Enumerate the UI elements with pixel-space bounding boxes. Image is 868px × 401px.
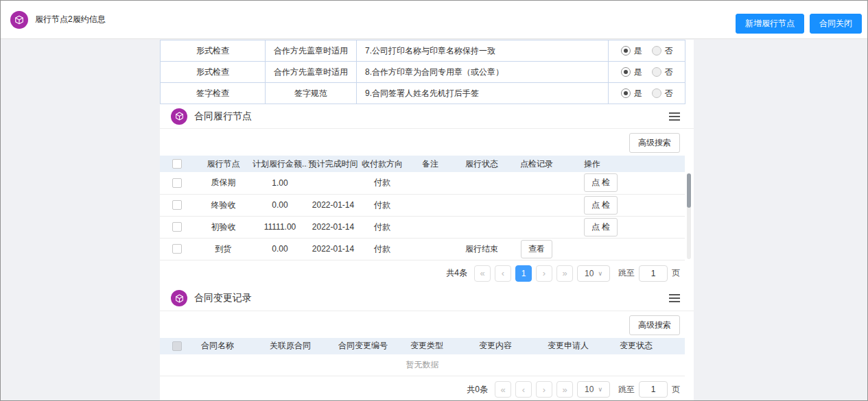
performance-table-header-row: 履行节点 计划履行金额... 预计完成时间 收付款方向 备注 履行状态 点检记录…: [160, 156, 685, 172]
checklist-row: 形式检查 合作方先盖章时适用 7.公司打印名称与印章名称保持一致 是否: [161, 40, 685, 62]
check-category: 形式检查: [161, 62, 266, 83]
last-page-button[interactable]: »: [556, 381, 573, 398]
remark-cell: [406, 194, 455, 216]
radio-yes[interactable]: [621, 67, 631, 77]
col-header: 合同变更编号: [331, 338, 403, 354]
row-checkbox[interactable]: [172, 244, 182, 254]
record-cell: [508, 172, 565, 194]
chevron-down-icon: ∨: [598, 270, 602, 277]
direction-cell: 付款: [359, 238, 406, 260]
prev-page-button[interactable]: ‹: [515, 381, 532, 398]
col-header: 关联原合同: [263, 338, 331, 354]
spot-check-button[interactable]: 点 检: [584, 173, 618, 192]
col-header: 操作: [565, 156, 685, 172]
performance-table-wrap: 履行节点 计划履行金额... 预计完成时间 收付款方向 备注 履行状态 点检记录…: [160, 156, 694, 260]
radio-no[interactable]: [652, 67, 661, 77]
empty-row: 暂无数据: [160, 354, 685, 376]
add-performance-node-button[interactable]: 新增履行节点: [736, 14, 804, 34]
record-cell: [508, 194, 565, 216]
page-size-value: 10: [585, 269, 594, 278]
total-count: 共4条: [446, 267, 467, 279]
col-header: 变更状态: [613, 338, 685, 354]
performance-toolbar: 高级搜索: [160, 129, 694, 156]
remark-cell: [406, 238, 455, 260]
row-checkbox[interactable]: [172, 178, 182, 188]
jump-page-input[interactable]: [639, 265, 668, 282]
page-title: 履行节点2履约信息: [35, 14, 106, 25]
last-page-button[interactable]: »: [556, 265, 573, 282]
check-answer: 是否: [609, 40, 685, 62]
check-category: 签字检查: [161, 83, 266, 104]
node-cell: 初验收: [194, 216, 253, 238]
jump-page-input[interactable]: [639, 381, 668, 398]
change-toolbar: 高级搜索: [160, 311, 694, 338]
amount-cell: 0.00: [253, 238, 307, 260]
date-cell: [307, 172, 359, 194]
radio-yes-label: 是: [634, 67, 642, 77]
date-cell: 2022-01-14: [307, 216, 359, 238]
remark-cell: [406, 216, 455, 238]
prev-page-button[interactable]: ‹: [495, 265, 511, 282]
select-all-checkbox[interactable]: [172, 159, 182, 169]
select-all-cell: [160, 338, 194, 354]
main-area: 形式检查 合作方先盖章时适用 7.公司打印名称与印章名称保持一致 是否 形式检查…: [1, 40, 867, 400]
first-page-button[interactable]: «: [495, 381, 511, 398]
list-menu-icon[interactable]: [669, 112, 680, 121]
page-unit-label: 页: [672, 384, 680, 396]
node-cell: 质保期: [194, 172, 253, 194]
amount-cell: 0.00: [253, 194, 307, 216]
col-header: 变更申请人: [541, 338, 613, 354]
check-item: 9.合同签署人姓名先机打后手签: [357, 83, 609, 104]
scrollbar-thumb[interactable]: [687, 173, 691, 208]
select-all-checkbox[interactable]: [172, 341, 182, 351]
spot-check-button[interactable]: 点 检: [584, 218, 618, 236]
radio-yes-label: 是: [634, 88, 642, 98]
view-record-button[interactable]: 查看: [521, 240, 552, 258]
section-title-wrap: 合同变更记录: [171, 290, 252, 306]
section-title-wrap: 合同履行节点: [171, 108, 252, 125]
direction-cell: 付款: [359, 172, 406, 194]
date-cell: 2022-01-14: [307, 238, 359, 260]
page-number-button[interactable]: 1: [515, 265, 532, 282]
performance-section-header: 合同履行节点: [160, 104, 694, 129]
status-cell: [455, 194, 508, 216]
page-size-select[interactable]: 10 ∨: [577, 265, 610, 282]
first-page-button[interactable]: «: [474, 265, 491, 282]
jump-label: 跳至: [618, 267, 635, 279]
radio-yes[interactable]: [621, 88, 631, 98]
radio-no[interactable]: [652, 88, 661, 98]
col-header: 履行节点: [194, 156, 253, 172]
node-cell: 到货: [194, 238, 253, 260]
change-table-header-row: 合同名称 关联原合同 合同变更编号 变更类型 变更内容 变更申请人 变更状态: [160, 338, 685, 354]
app-header: 履行节点2履约信息 新增履行节点 合同关闭: [1, 1, 867, 39]
advanced-search-button[interactable]: 高级搜索: [629, 315, 680, 335]
check-condition: 合作方先盖章时适用: [266, 62, 357, 83]
radio-no[interactable]: [652, 46, 661, 56]
select-all-cell: [160, 156, 194, 172]
checklist-row: 形式检查 合作方先盖章时适用 8.合作方印章为合同专用章（或公章） 是否: [161, 62, 685, 83]
spot-check-button[interactable]: 点 检: [584, 196, 618, 215]
table-row: 终验收 0.00 2022-01-14 付款 点 检: [160, 194, 685, 216]
table-row: 质保期 1.00 付款 点 检: [160, 172, 685, 194]
contract-close-button[interactable]: 合同关闭: [810, 14, 862, 34]
brand: 履行节点2履约信息: [10, 11, 106, 29]
change-section-title: 合同变更记录: [194, 292, 252, 304]
scrollbar-track[interactable]: [687, 173, 691, 259]
radio-yes[interactable]: [621, 46, 631, 56]
next-page-button[interactable]: ›: [536, 265, 552, 282]
row-checkbox[interactable]: [172, 200, 182, 210]
col-header: 履行状态: [455, 156, 508, 172]
page-size-select[interactable]: 10 ∨: [577, 381, 610, 398]
record-cell: [508, 216, 565, 238]
list-menu-icon[interactable]: [669, 294, 680, 302]
row-checkbox[interactable]: [172, 222, 182, 232]
col-header: 变更内容: [472, 338, 541, 354]
node-cell: 终验收: [194, 194, 253, 216]
performance-pagination: 共4条 « ‹ 1 › » 10 ∨ 跳至 页: [160, 260, 694, 287]
advanced-search-button[interactable]: 高级搜索: [629, 133, 680, 153]
direction-cell: 付款: [359, 216, 406, 238]
cube-icon: [171, 108, 187, 125]
total-count: 共0条: [467, 384, 488, 396]
header-actions: 新增履行节点 合同关闭: [736, 14, 862, 34]
next-page-button[interactable]: ›: [536, 381, 552, 398]
